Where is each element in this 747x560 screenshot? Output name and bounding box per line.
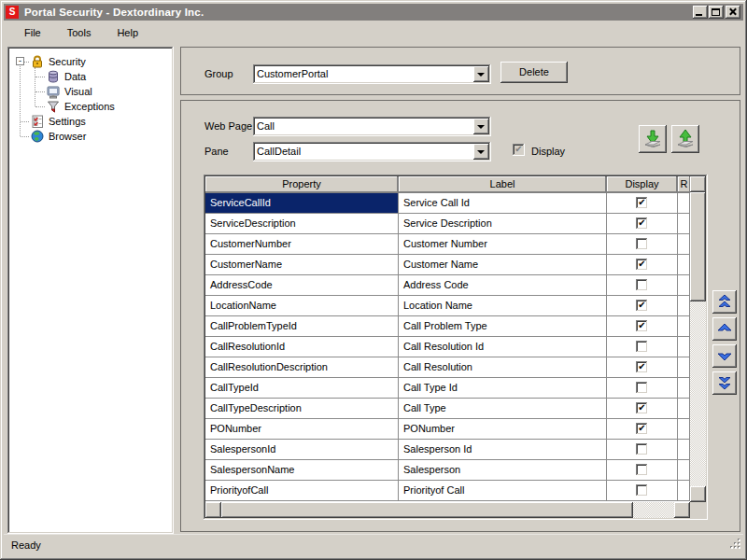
property-cell[interactable]: CallProblemTypeId [205, 316, 399, 337]
scroll-up-button[interactable] [690, 176, 706, 192]
property-cell[interactable]: CallTypeDescription [205, 399, 399, 419]
label-cell[interactable]: Salesperson Id [399, 440, 607, 460]
resize-grip-icon[interactable] [729, 538, 741, 552]
row-display-checkbox[interactable]: ✔ [636, 197, 648, 209]
display-checkbox[interactable]: ✔ [513, 144, 525, 156]
horizontal-scrollbar-thumb[interactable] [221, 502, 633, 518]
label-cell[interactable]: Call Type Id [399, 378, 607, 399]
row-display-checkbox[interactable]: ✔ [636, 443, 648, 455]
web-page-combobox-dropdown-button[interactable] [473, 119, 489, 134]
table-row[interactable]: SalespersonId Salesperson Id ✔ [205, 440, 690, 460]
property-cell[interactable]: CallResolutionDescription [205, 357, 399, 378]
row-display-checkbox[interactable]: ✔ [636, 464, 648, 476]
row-display-checkbox[interactable]: ✔ [636, 320, 648, 332]
column-header-r[interactable]: R [678, 176, 690, 193]
row-display-checkbox[interactable]: ✔ [636, 238, 648, 250]
table-row[interactable]: CustomerNumber Customer Number ✔ [205, 234, 690, 255]
menu-help[interactable]: Help [107, 25, 148, 40]
property-cell[interactable]: PONumber [205, 419, 399, 440]
row-display-checkbox[interactable]: ✔ [636, 361, 648, 373]
label-cell[interactable]: PONumber [399, 419, 607, 440]
horizontal-scrollbar[interactable] [205, 502, 690, 518]
vertical-scrollbar-thumb[interactable] [690, 192, 706, 301]
tree-item-data[interactable]: Data [11, 69, 86, 84]
property-cell[interactable]: PriorityofCall [205, 481, 399, 501]
table-row[interactable]: CustomerName Customer Name ✔ [205, 255, 690, 275]
table-row[interactable]: ServiceCallId Service Call Id ✔ [205, 193, 690, 214]
label-cell[interactable]: Salesperson [399, 460, 607, 481]
tree-item-label[interactable]: Exceptions [64, 101, 115, 112]
label-cell[interactable]: Service Call Id [399, 193, 607, 214]
row-display-checkbox[interactable]: ✔ [636, 341, 648, 353]
group-combobox-dropdown-button[interactable] [473, 66, 489, 82]
move-to-top-button[interactable] [712, 290, 737, 314]
label-cell[interactable]: Customer Number [399, 234, 607, 255]
label-cell[interactable]: Call Type [399, 399, 607, 419]
tree-item-label[interactable]: Visual [64, 86, 92, 97]
property-cell[interactable]: LocationName [205, 296, 399, 316]
row-display-checkbox[interactable]: ✔ [636, 484, 648, 497]
tree-item-browser[interactable]: Browser [11, 129, 86, 144]
row-display-checkbox[interactable]: ✔ [636, 423, 648, 435]
property-cell[interactable]: CallTypeId [205, 378, 399, 399]
property-cell[interactable]: CallResolutionId [205, 337, 399, 357]
property-cell[interactable]: SalespersonName [205, 460, 399, 481]
table-row[interactable]: AddressCode Address Code ✔ [205, 275, 690, 296]
table-row[interactable]: CallProblemTypeId Call Problem Type ✔ [205, 316, 690, 337]
tree-item-settings[interactable]: Settings [11, 114, 86, 129]
label-cell[interactable]: Location Name [399, 296, 607, 316]
minimize-button[interactable] [693, 6, 708, 19]
import-button[interactable] [639, 125, 667, 153]
label-cell[interactable]: Address Code [399, 275, 607, 296]
web-page-combobox[interactable]: Call [253, 117, 491, 136]
row-display-checkbox[interactable]: ✔ [636, 402, 648, 414]
label-cell[interactable]: Priorityof Call [399, 481, 607, 501]
property-cell[interactable]: ServiceDescription [205, 214, 399, 234]
horizontal-scrollbar-track[interactable] [633, 502, 674, 518]
vertical-scrollbar-track[interactable] [690, 301, 706, 486]
vertical-scrollbar[interactable] [690, 176, 706, 502]
row-display-checkbox[interactable]: ✔ [636, 259, 648, 271]
label-cell[interactable]: Customer Name [399, 255, 607, 275]
table-row[interactable]: PriorityofCall Priorityof Call ✔ [205, 481, 690, 501]
column-header-label[interactable]: Label [399, 176, 607, 193]
tree-item-security[interactable]: Security - [11, 54, 86, 69]
scroll-right-button[interactable] [674, 502, 690, 518]
row-display-checkbox[interactable]: ✔ [636, 217, 648, 230]
menu-tools[interactable]: Tools [58, 25, 101, 40]
export-button[interactable] [671, 125, 699, 153]
tree-expander[interactable]: - [16, 57, 24, 65]
table-row[interactable]: CallTypeId Call Type Id ✔ [205, 378, 690, 399]
delete-button[interactable]: Delete [500, 62, 568, 83]
column-header-display[interactable]: Display [607, 176, 678, 193]
table-row[interactable]: ServiceDescription Service Description ✔ [205, 214, 690, 234]
label-cell[interactable]: Call Resolution [399, 357, 607, 378]
scroll-down-button[interactable] [690, 486, 706, 502]
title-bar[interactable]: S Portal Security - Dextordinary Inc. [4, 4, 743, 21]
row-display-checkbox[interactable]: ✔ [636, 300, 648, 312]
table-row[interactable]: CallTypeDescription Call Type ✔ [205, 399, 690, 419]
tree-item-label[interactable]: Browser [49, 131, 86, 142]
label-cell[interactable]: Call Problem Type [399, 316, 607, 337]
move-to-bottom-button[interactable] [712, 371, 737, 395]
property-cell[interactable]: AddressCode [205, 275, 399, 296]
tree-item-visual[interactable]: Visual [11, 84, 92, 99]
move-down-button[interactable] [712, 344, 737, 368]
menu-file[interactable]: File [15, 25, 50, 40]
pane-combobox[interactable]: CallDetail [253, 142, 491, 161]
table-row[interactable]: LocationName Location Name ✔ [205, 296, 690, 316]
close-button[interactable] [726, 6, 740, 19]
scroll-left-button[interactable] [205, 502, 221, 518]
table-row[interactable]: CallResolutionId Call Resolution Id ✔ [205, 337, 690, 357]
move-up-button[interactable] [712, 317, 737, 341]
tree-item-label[interactable]: Security [49, 56, 86, 67]
group-combobox[interactable]: CustomerPortal [253, 64, 491, 84]
row-display-checkbox[interactable]: ✔ [636, 279, 648, 291]
pane-combobox-dropdown-button[interactable] [473, 144, 489, 160]
table-row[interactable]: SalespersonName Salesperson ✔ [205, 460, 690, 481]
property-cell[interactable]: CustomerName [205, 255, 399, 275]
row-display-checkbox[interactable]: ✔ [636, 382, 648, 394]
table-row[interactable]: CallResolutionDescription Call Resolutio… [205, 357, 690, 378]
column-header-property[interactable]: Property [205, 176, 399, 193]
tree-item-label[interactable]: Data [64, 71, 86, 82]
